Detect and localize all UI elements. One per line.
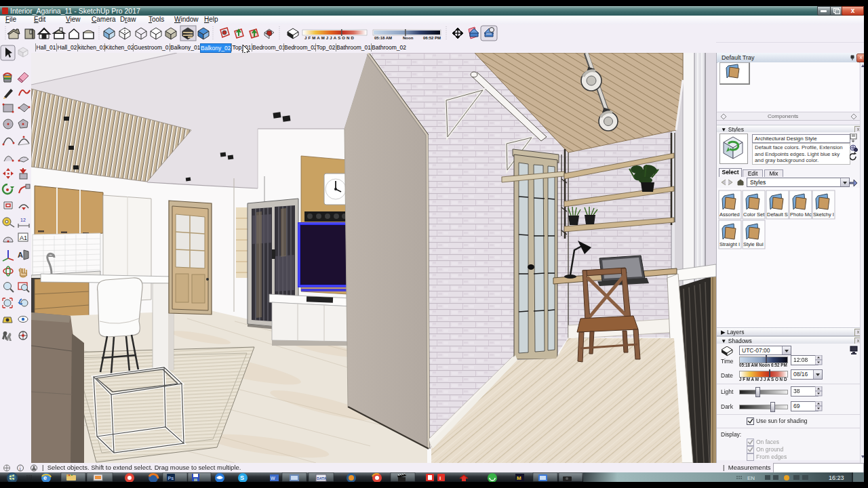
svg-text:EN: EN (747, 475, 755, 481)
svg-text:JFMAMJJASOND: JFMAMJJASOND (304, 36, 355, 40)
svg-text:S: S (240, 474, 244, 481)
svg-text:i: i (20, 466, 22, 472)
svg-text:Style Bul: Style Bul (743, 241, 764, 247)
svg-text:Color Set: Color Set (743, 211, 765, 218)
svg-text:A: A (18, 251, 23, 259)
svg-text:Assorted: Assorted (719, 211, 740, 218)
svg-text:16:23: 16:23 (829, 474, 844, 481)
svg-text:DATA: DATA (317, 476, 326, 481)
svg-text:Photo Mc: Photo Mc (790, 211, 812, 218)
svg-text:Default S: Default S (767, 211, 788, 218)
svg-text:Straight I: Straight I (719, 241, 740, 247)
svg-text:Sketchy I: Sketchy I (813, 211, 834, 218)
svg-text:W: W (271, 476, 275, 481)
svg-text:i: i (439, 475, 441, 481)
svg-text:M: M (517, 475, 521, 481)
svg-text:06:52 PM: 06:52 PM (423, 36, 441, 40)
svg-text:05:18 AM: 05:18 AM (374, 36, 392, 40)
svg-text:e: e (43, 474, 47, 481)
svg-text:Noon: Noon (403, 36, 414, 40)
svg-text:Ps: Ps (168, 476, 174, 481)
svg-text:A1: A1 (20, 235, 27, 241)
svg-text:12: 12 (20, 218, 26, 222)
